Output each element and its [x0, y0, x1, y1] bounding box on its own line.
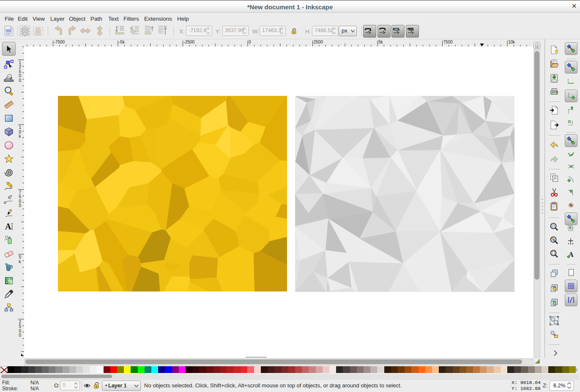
svg-text:5: 5: [19, 324, 22, 329]
svg-text:10k: 10k: [508, 40, 515, 44]
svg-text:7: 7: [19, 190, 22, 195]
svg-text:5: 5: [19, 194, 22, 199]
svg-text:5: 5: [19, 255, 22, 259]
svg-text:2: 2: [19, 65, 22, 69]
svg-text:-5k: -5k: [119, 40, 125, 44]
svg-text:2500: 2500: [314, 40, 323, 44]
svg-text:k: k: [19, 134, 22, 139]
svg-text:0: 0: [19, 78, 22, 83]
svg-text:k: k: [19, 259, 22, 264]
svg-text:1: 1: [19, 125, 22, 130]
svg-text:-2500: -2500: [184, 40, 195, 44]
svg-text:7500: 7500: [443, 40, 453, 44]
svg-text:1: 1: [536, 44, 538, 48]
svg-text:0: 0: [19, 199, 22, 204]
svg-text:0: 0: [19, 74, 22, 78]
svg-text:5k: 5k: [378, 40, 383, 44]
svg-text:2: 2: [19, 320, 22, 324]
svg-text:A: A: [5, 222, 11, 231]
svg-text:0: 0: [19, 130, 22, 134]
svg-text:0: 0: [19, 329, 22, 333]
svg-text:5: 5: [19, 69, 22, 74]
svg-text:0: 0: [249, 40, 251, 44]
svg-text:1: 1: [19, 60, 22, 65]
svg-text:0: 0: [19, 333, 22, 338]
svg-text:-7500: -7500: [54, 40, 65, 44]
svg-text:0: 0: [19, 203, 22, 208]
